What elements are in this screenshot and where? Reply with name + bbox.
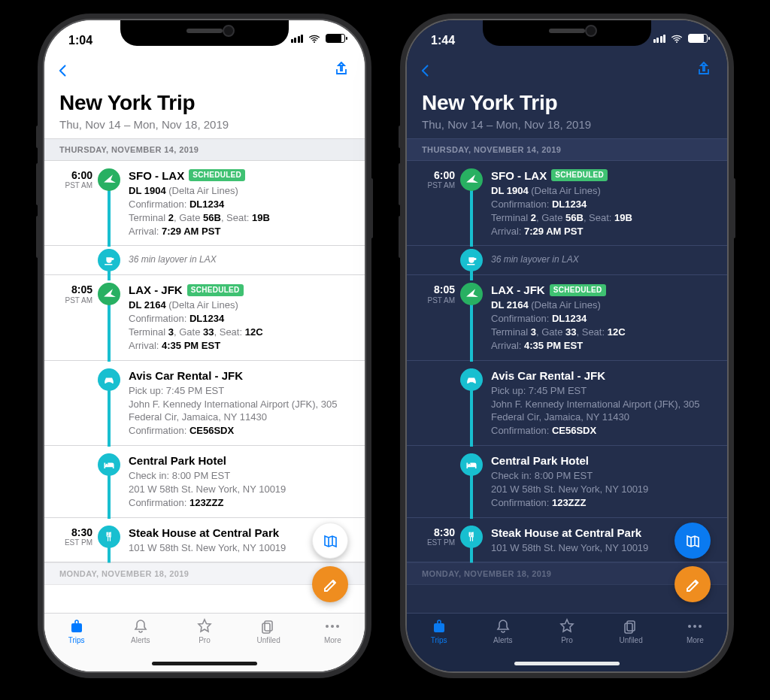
trip-date-range: Thu, Nov 14 – Mon, Nov 18, 2019: [422, 118, 712, 131]
fork-icon: [98, 526, 120, 548]
bed-icon: [460, 453, 483, 476]
coffee-icon: [98, 249, 120, 271]
trip-header: New York Trip Thu, Nov 14 – Mon, Nov 18,…: [407, 86, 727, 138]
tab-more[interactable]: More: [668, 618, 722, 658]
plane-icon: [460, 168, 483, 191]
battery-icon: [688, 34, 708, 43]
trip-header: New York Trip Thu, Nov 14 – Mon, Nov 18,…: [44, 86, 365, 138]
tab-trips[interactable]: Trips: [412, 618, 466, 658]
cellular-icon: [291, 35, 304, 43]
itinerary-row-hotel[interactable]: Central Park Hotel Check in: 8:00 PM EST…: [44, 446, 365, 518]
map-button[interactable]: [675, 523, 711, 559]
tab-alerts[interactable]: Alerts: [114, 618, 168, 658]
tab-unfiled[interactable]: Unfiled: [604, 618, 658, 658]
status-badge: SCHEDULED: [189, 169, 245, 181]
home-indicator[interactable]: [514, 662, 620, 665]
car-icon: [98, 368, 120, 391]
flight-route: SFO - LAX: [129, 168, 184, 184]
device-light: 1:04 New York Trip Thu, Nov 14 – Mon, No…: [44, 20, 365, 671]
status-time: 1:44: [431, 34, 455, 47]
itinerary-row-layover: 36 min layover in LAX: [44, 246, 365, 275]
nav-bar: [407, 56, 727, 86]
coffee-icon: [460, 249, 483, 271]
battery-icon: [326, 34, 345, 43]
plane-icon: [98, 168, 120, 191]
bed-icon: [98, 453, 120, 476]
section-header: THURSDAY, NOVEMBER 14, 2019: [44, 138, 365, 161]
device-notch: [483, 20, 651, 46]
home-indicator[interactable]: [152, 662, 257, 665]
map-button[interactable]: [312, 523, 348, 559]
wifi-icon: [308, 33, 321, 44]
back-button[interactable]: [419, 61, 432, 80]
nav-bar: [44, 56, 365, 86]
itinerary-row-car[interactable]: Avis Car Rental - JFK Pick up: 7:45 PM E…: [44, 361, 365, 446]
tab-trips[interactable]: Trips: [50, 618, 104, 658]
more-icon: [685, 618, 705, 635]
trip-date-range: Thu, Nov 14 – Mon, Nov 18, 2019: [59, 118, 350, 131]
edit-button[interactable]: [675, 566, 711, 602]
share-button[interactable]: [696, 59, 712, 77]
itinerary-row-flight[interactable]: 8:05 PST AM LAX - JFKSCHEDULED DL 2164 (…: [44, 275, 365, 360]
section-header: THURSDAY, NOVEMBER 14, 2019: [407, 138, 727, 161]
status-time: 1:04: [68, 34, 92, 47]
layover-text: 36 min layover in LAX: [129, 249, 353, 271]
car-icon: [460, 368, 483, 391]
row-zone: PST AM: [59, 181, 92, 189]
edit-button[interactable]: [312, 566, 348, 602]
itinerary-row-hotel[interactable]: Central Park Hotel Check in: 8:00 PM EST…: [407, 446, 727, 518]
tab-more[interactable]: More: [305, 618, 359, 658]
cellular-icon: [653, 35, 666, 43]
plane-icon: [460, 283, 483, 305]
itinerary-row-flight[interactable]: 8:05PST AM LAX - JFKSCHEDULED DL 2164 (D…: [407, 275, 727, 360]
row-time: 6:00: [59, 170, 92, 181]
tab-pro[interactable]: Pro: [177, 618, 232, 658]
tab-alerts[interactable]: Alerts: [476, 618, 530, 658]
device-dark: 1:44 New York Trip Thu, Nov 14 – Mon, No…: [407, 20, 727, 671]
tab-unfiled[interactable]: Unfiled: [241, 618, 296, 658]
itinerary-row-flight[interactable]: 6:00PST AM SFO - LAXSCHEDULED DL 1904 (D…: [407, 161, 727, 246]
trip-title: New York Trip: [422, 91, 712, 115]
plane-icon: [98, 283, 120, 305]
itinerary-row-car[interactable]: Avis Car Rental - JFK Pick up: 7:45 PM E…: [407, 361, 727, 446]
itinerary-row-flight[interactable]: 6:00 PST AM SFO - LAXSCHEDULED DL 1904 (…: [44, 161, 365, 246]
share-button[interactable]: [333, 59, 350, 77]
more-icon: [323, 618, 342, 635]
itinerary-row-layover: 36 min layover in LAX: [407, 246, 727, 275]
back-button[interactable]: [56, 61, 70, 80]
tab-pro[interactable]: Pro: [540, 618, 594, 658]
trip-title: New York Trip: [59, 91, 350, 115]
device-notch: [120, 20, 289, 46]
fork-icon: [460, 526, 483, 548]
wifi-icon: [670, 33, 684, 44]
